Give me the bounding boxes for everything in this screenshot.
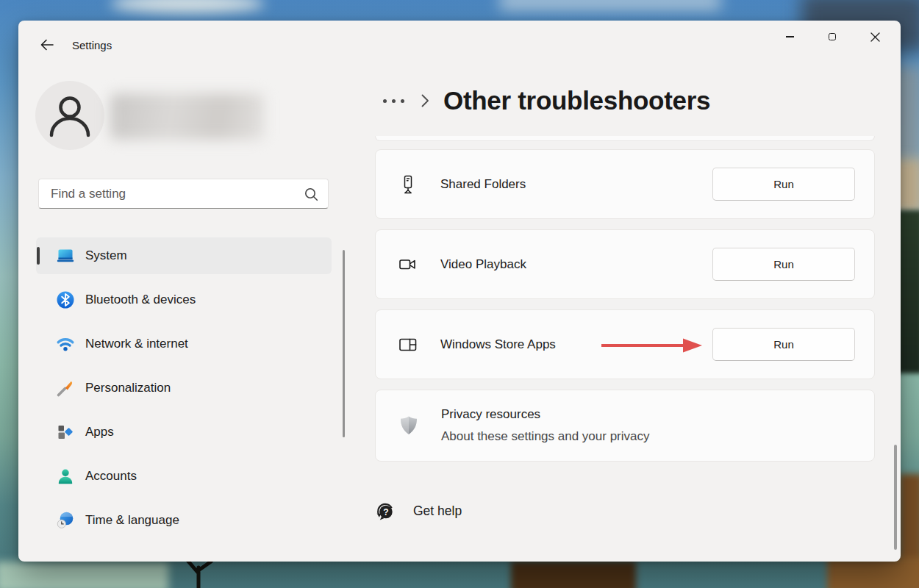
privacy-resources-card[interactable]: Privacy resources About these settings a… xyxy=(375,390,875,462)
content-scrollbar[interactable] xyxy=(894,445,897,550)
more-ellipsis-icon[interactable] xyxy=(382,95,406,107)
troubleshooter-name: Windows Store Apps xyxy=(440,337,556,352)
run-button-shared-folders[interactable]: Run xyxy=(712,168,855,201)
sidebar-item-apps[interactable]: Apps xyxy=(36,414,332,451)
selected-indicator xyxy=(37,247,40,265)
wallpaper-rock-reflection xyxy=(827,557,919,588)
personalization-icon xyxy=(56,379,75,398)
time-language-icon xyxy=(56,511,75,530)
maximize-icon xyxy=(829,33,837,41)
sidebar-item-accounts[interactable]: Accounts xyxy=(36,458,332,495)
troubleshooter-row-shared-folders: Shared Folders Run xyxy=(375,149,875,219)
wallpaper-cloud xyxy=(110,0,265,13)
get-help-label: Get help xyxy=(413,503,462,519)
privacy-subtitle: About these settings and your privacy xyxy=(441,426,650,448)
window-controls xyxy=(768,21,896,53)
sidebar-scrollbar[interactable] xyxy=(343,250,345,437)
person-icon xyxy=(49,93,91,138)
shield-icon xyxy=(398,415,420,437)
close-button[interactable] xyxy=(854,21,896,53)
accounts-icon xyxy=(56,467,75,486)
window-title: Settings xyxy=(72,39,112,51)
sidebar-item-label: Time & language xyxy=(85,513,179,528)
bluetooth-icon xyxy=(56,290,75,309)
search-box xyxy=(38,179,329,209)
wallpaper-cloud xyxy=(500,0,720,10)
troubleshooter-row-windows-store-apps: Windows Store Apps Run xyxy=(375,309,875,379)
sidebar-item-label: Accounts xyxy=(85,469,137,484)
get-help-link[interactable]: ? Get help xyxy=(373,500,462,523)
sidebar-item-network-internet[interactable]: Network & internet xyxy=(36,326,332,362)
troubleshooter-name: Shared Folders xyxy=(440,177,526,192)
store-apps-icon xyxy=(398,334,418,355)
sidebar-item-personalization[interactable]: Personalization xyxy=(36,370,332,406)
privacy-title: Privacy resources xyxy=(441,404,650,426)
avatar[interactable] xyxy=(35,81,104,150)
sidebar-item-label: Apps xyxy=(85,425,114,440)
sidebar-nav: System Bluetooth & devices Network & int… xyxy=(36,237,332,546)
troubleshooter-row-video-playback: Video Playback Run xyxy=(375,229,875,299)
sidebar-item-label: Bluetooth & devices xyxy=(85,293,196,307)
wallpaper-rock-reflection xyxy=(511,561,636,588)
sidebar-item-label: Network & internet xyxy=(85,337,188,351)
minimize-icon xyxy=(786,36,794,37)
user-name-redacted xyxy=(110,93,264,140)
system-icon xyxy=(56,246,75,265)
help-bubble-icon: ? xyxy=(373,500,396,523)
maximize-button[interactable] xyxy=(811,21,854,53)
breadcrumb: Other troubleshooters xyxy=(382,84,710,118)
sidebar-item-system[interactable]: System xyxy=(36,237,332,274)
network-icon xyxy=(56,334,75,354)
sidebar-item-label: System xyxy=(85,248,127,263)
partial-card xyxy=(375,136,875,141)
sidebar-item-label: Personalization xyxy=(85,381,171,395)
close-icon xyxy=(870,32,880,42)
run-button-windows-store-apps[interactable]: Run xyxy=(712,328,855,361)
search-icon xyxy=(304,187,318,201)
minimize-button[interactable] xyxy=(768,21,811,53)
search-input[interactable] xyxy=(39,179,328,208)
troubleshooter-name: Video Playback xyxy=(440,257,526,272)
troubleshooter-list: Shared Folders Run Video Playback Run Wi… xyxy=(375,136,875,462)
back-button[interactable] xyxy=(35,34,60,56)
shared-folders-icon xyxy=(398,174,418,195)
wallpaper-sand xyxy=(0,562,168,588)
wallpaper-branch xyxy=(158,557,239,588)
svg-text:?: ? xyxy=(383,507,388,517)
sidebar-item-time-language[interactable]: Time & language xyxy=(36,502,332,539)
video-playback-icon xyxy=(398,254,418,275)
wallpaper-rock-reflection xyxy=(899,474,919,566)
apps-icon xyxy=(56,423,75,442)
settings-window: Settings xyxy=(18,21,901,562)
back-arrow-icon xyxy=(39,37,55,52)
run-button-video-playback[interactable]: Run xyxy=(712,248,855,281)
page-title: Other troubleshooters xyxy=(443,86,710,115)
sidebar-item-bluetooth-devices[interactable]: Bluetooth & devices xyxy=(36,282,332,318)
privacy-text: Privacy resources About these settings a… xyxy=(441,404,650,448)
chevron-right-icon xyxy=(421,94,429,107)
